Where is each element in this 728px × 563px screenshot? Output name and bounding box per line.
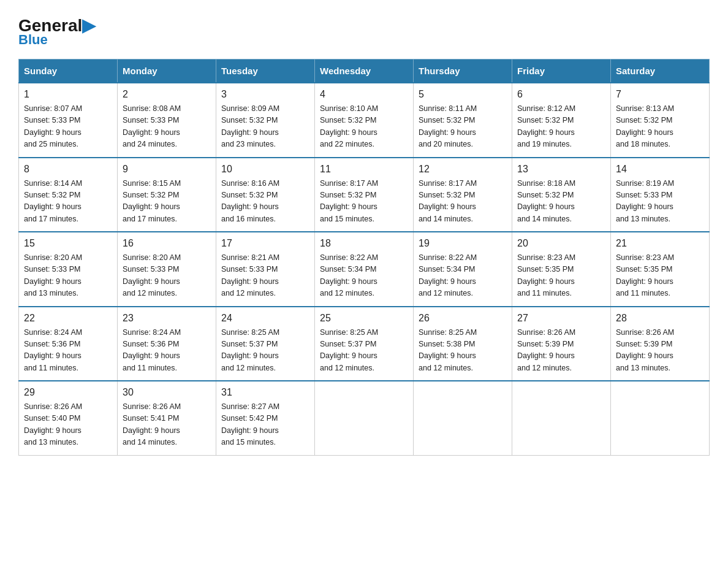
day-number: 3: [221, 87, 309, 102]
day-info: Sunrise: 8:09 AMSunset: 5:32 PMDaylight:…: [221, 104, 279, 148]
day-number: 30: [123, 385, 211, 400]
day-info: Sunrise: 8:27 AMSunset: 5:42 PMDaylight:…: [221, 402, 279, 446]
calendar-cell: 13 Sunrise: 8:18 AMSunset: 5:32 PMDaylig…: [512, 158, 611, 232]
calendar-cell: 2 Sunrise: 8:08 AMSunset: 5:33 PMDayligh…: [118, 83, 216, 158]
calendar-cell: 29 Sunrise: 8:26 AMSunset: 5:40 PMDaylig…: [19, 381, 118, 455]
day-info: Sunrise: 8:20 AMSunset: 5:33 PMDaylight:…: [123, 253, 181, 297]
day-number: 6: [517, 87, 605, 102]
calendar-day-header: Tuesday: [216, 59, 315, 83]
day-info: Sunrise: 8:24 AMSunset: 5:36 PMDaylight:…: [123, 328, 181, 372]
day-info: Sunrise: 8:26 AMSunset: 5:40 PMDaylight:…: [24, 402, 82, 446]
day-number: 4: [320, 87, 408, 102]
calendar-cell: 3 Sunrise: 8:09 AMSunset: 5:32 PMDayligh…: [216, 83, 315, 158]
day-info: Sunrise: 8:10 AMSunset: 5:32 PMDaylight:…: [320, 104, 378, 148]
day-info: Sunrise: 8:18 AMSunset: 5:32 PMDaylight:…: [517, 179, 575, 223]
calendar-cell: 24 Sunrise: 8:25 AMSunset: 5:37 PMDaylig…: [216, 307, 315, 381]
day-number: 21: [616, 236, 704, 251]
day-number: 18: [320, 236, 408, 251]
day-number: 15: [24, 236, 112, 251]
calendar-cell: 9 Sunrise: 8:15 AMSunset: 5:32 PMDayligh…: [118, 158, 216, 232]
logo: General▶ Blue: [18, 17, 96, 48]
day-info: Sunrise: 8:25 AMSunset: 5:38 PMDaylight:…: [419, 328, 477, 372]
logo-blue-text: Blue: [18, 32, 48, 48]
day-number: 5: [419, 87, 507, 102]
day-number: 31: [221, 385, 309, 400]
day-number: 9: [123, 162, 211, 177]
day-number: 14: [616, 162, 704, 177]
logo-arrow-icon: ▶: [82, 17, 96, 34]
calendar-cell: [611, 381, 710, 455]
day-number: 24: [221, 311, 309, 326]
day-number: 12: [419, 162, 507, 177]
calendar-day-header: Friday: [512, 59, 611, 83]
calendar-cell: 26 Sunrise: 8:25 AMSunset: 5:38 PMDaylig…: [414, 307, 512, 381]
page-header: General▶ Blue: [18, 12, 710, 48]
calendar-cell: 23 Sunrise: 8:24 AMSunset: 5:36 PMDaylig…: [118, 307, 216, 381]
calendar-day-header: Wednesday: [315, 59, 414, 83]
calendar-cell: 25 Sunrise: 8:25 AMSunset: 5:37 PMDaylig…: [315, 307, 414, 381]
day-info: Sunrise: 8:26 AMSunset: 5:41 PMDaylight:…: [123, 402, 181, 446]
day-number: 25: [320, 311, 408, 326]
calendar-cell: 1 Sunrise: 8:07 AMSunset: 5:33 PMDayligh…: [19, 83, 118, 158]
day-number: 1: [24, 87, 112, 102]
day-info: Sunrise: 8:25 AMSunset: 5:37 PMDaylight:…: [221, 328, 279, 372]
day-number: 10: [221, 162, 309, 177]
day-info: Sunrise: 8:26 AMSunset: 5:39 PMDaylight:…: [517, 328, 575, 372]
day-info: Sunrise: 8:22 AMSunset: 5:34 PMDaylight:…: [320, 253, 378, 297]
day-number: 22: [24, 311, 112, 326]
week-row: 15 Sunrise: 8:20 AMSunset: 5:33 PMDaylig…: [19, 232, 710, 307]
day-info: Sunrise: 8:14 AMSunset: 5:32 PMDaylight:…: [24, 179, 82, 223]
calendar-day-header: Thursday: [414, 59, 512, 83]
day-number: 13: [517, 162, 605, 177]
day-number: 23: [123, 311, 211, 326]
day-number: 2: [123, 87, 211, 102]
day-number: 19: [419, 236, 507, 251]
calendar-cell: 17 Sunrise: 8:21 AMSunset: 5:33 PMDaylig…: [216, 232, 315, 307]
calendar-cell: 14 Sunrise: 8:19 AMSunset: 5:33 PMDaylig…: [611, 158, 710, 232]
day-number: 16: [123, 236, 211, 251]
day-number: 11: [320, 162, 408, 177]
calendar-cell: 31 Sunrise: 8:27 AMSunset: 5:42 PMDaylig…: [216, 381, 315, 455]
calendar-cell: 5 Sunrise: 8:11 AMSunset: 5:32 PMDayligh…: [414, 83, 512, 158]
day-info: Sunrise: 8:08 AMSunset: 5:33 PMDaylight:…: [123, 104, 181, 148]
day-info: Sunrise: 8:23 AMSunset: 5:35 PMDaylight:…: [616, 253, 674, 297]
day-info: Sunrise: 8:11 AMSunset: 5:32 PMDaylight:…: [419, 104, 477, 148]
week-row: 22 Sunrise: 8:24 AMSunset: 5:36 PMDaylig…: [19, 307, 710, 381]
calendar-cell: 12 Sunrise: 8:17 AMSunset: 5:32 PMDaylig…: [414, 158, 512, 232]
day-info: Sunrise: 8:17 AMSunset: 5:32 PMDaylight:…: [419, 179, 477, 223]
day-info: Sunrise: 8:26 AMSunset: 5:39 PMDaylight:…: [616, 328, 674, 372]
calendar-cell: [315, 381, 414, 455]
day-info: Sunrise: 8:19 AMSunset: 5:33 PMDaylight:…: [616, 179, 674, 223]
calendar-cell: 6 Sunrise: 8:12 AMSunset: 5:32 PMDayligh…: [512, 83, 611, 158]
day-number: 7: [616, 87, 704, 102]
week-row: 1 Sunrise: 8:07 AMSunset: 5:33 PMDayligh…: [19, 83, 710, 158]
calendar-day-header: Sunday: [19, 59, 118, 83]
day-number: 17: [221, 236, 309, 251]
calendar-day-header: Monday: [118, 59, 216, 83]
calendar-cell: 8 Sunrise: 8:14 AMSunset: 5:32 PMDayligh…: [19, 158, 118, 232]
calendar-cell: 21 Sunrise: 8:23 AMSunset: 5:35 PMDaylig…: [611, 232, 710, 307]
day-info: Sunrise: 8:07 AMSunset: 5:33 PMDaylight:…: [24, 104, 82, 148]
calendar-cell: 11 Sunrise: 8:17 AMSunset: 5:32 PMDaylig…: [315, 158, 414, 232]
calendar-cell: 20 Sunrise: 8:23 AMSunset: 5:35 PMDaylig…: [512, 232, 611, 307]
day-info: Sunrise: 8:25 AMSunset: 5:37 PMDaylight:…: [320, 328, 378, 372]
calendar-cell: 16 Sunrise: 8:20 AMSunset: 5:33 PMDaylig…: [118, 232, 216, 307]
day-info: Sunrise: 8:13 AMSunset: 5:32 PMDaylight:…: [616, 104, 674, 148]
calendar-cell: [414, 381, 512, 455]
day-number: 26: [419, 311, 507, 326]
calendar-header-row: SundayMondayTuesdayWednesdayThursdayFrid…: [19, 59, 710, 83]
day-info: Sunrise: 8:12 AMSunset: 5:32 PMDaylight:…: [517, 104, 575, 148]
calendar-cell: 30 Sunrise: 8:26 AMSunset: 5:41 PMDaylig…: [118, 381, 216, 455]
calendar-cell: 27 Sunrise: 8:26 AMSunset: 5:39 PMDaylig…: [512, 307, 611, 381]
day-info: Sunrise: 8:17 AMSunset: 5:32 PMDaylight:…: [320, 179, 378, 223]
calendar-cell: 18 Sunrise: 8:22 AMSunset: 5:34 PMDaylig…: [315, 232, 414, 307]
calendar-cell: 28 Sunrise: 8:26 AMSunset: 5:39 PMDaylig…: [611, 307, 710, 381]
day-number: 20: [517, 236, 605, 251]
calendar-cell: 10 Sunrise: 8:16 AMSunset: 5:32 PMDaylig…: [216, 158, 315, 232]
day-info: Sunrise: 8:15 AMSunset: 5:32 PMDaylight:…: [123, 179, 181, 223]
day-number: 27: [517, 311, 605, 326]
calendar-table: SundayMondayTuesdayWednesdayThursdayFrid…: [18, 59, 710, 456]
calendar-cell: 15 Sunrise: 8:20 AMSunset: 5:33 PMDaylig…: [19, 232, 118, 307]
calendar-day-header: Saturday: [611, 59, 710, 83]
day-number: 28: [616, 311, 704, 326]
